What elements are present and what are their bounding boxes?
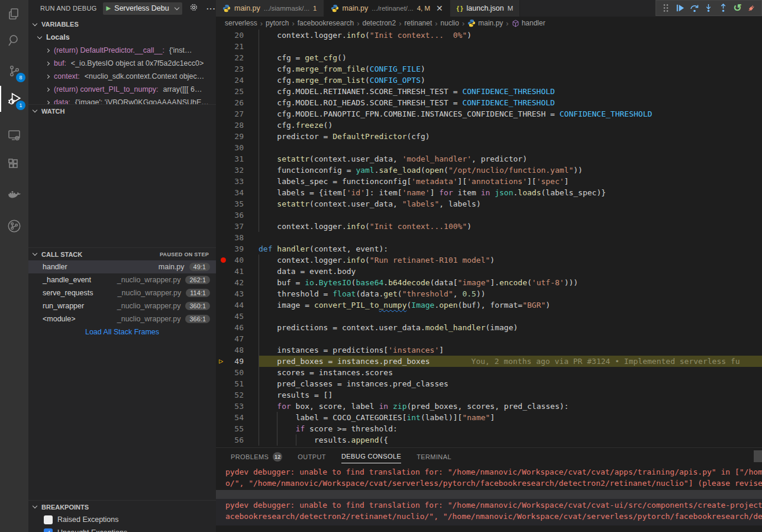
code-line[interactable]: 24cfg.merge_from_list(CONFIG_OPTS) — [216, 75, 762, 86]
source-control-icon[interactable]: 8 — [0, 58, 28, 84]
editor-gutter[interactable]: 21 — [216, 41, 259, 52]
remote-explorer-icon[interactable] — [0, 122, 28, 148]
locals-scope[interactable]: Locals — [28, 31, 216, 44]
code-line[interactable]: 27cfg.MODEL.PANOPTIC_FPN.COMBINE.INSTANC… — [216, 108, 762, 120]
drag-handle-icon[interactable] — [659, 2, 672, 15]
code-line[interactable]: 25cfg.MODEL.RETINANET.SCORE_THRESH_TEST … — [216, 86, 762, 97]
variable-row[interactable]: buf:<_io.BytesIO object at 0x7f5a2dc1ecc… — [28, 57, 216, 70]
search-icon[interactable] — [0, 27, 28, 53]
code-line[interactable]: 39def handler(context, event): — [216, 243, 762, 254]
code-line[interactable]: 46predictions = context.user_data.model_… — [216, 322, 762, 333]
code-line[interactable]: 22cfg = get_cfg() — [216, 52, 762, 63]
code-line[interactable]: 21 — [216, 41, 762, 52]
variable-row[interactable]: data:{'image': 'iVBORw0KGgoAAAANSUhE… — [28, 96, 216, 104]
checkbox-unchecked[interactable] — [44, 515, 53, 524]
code-line[interactable]: 54label = COCO_CATEGORIES[int(label)]["n… — [216, 412, 762, 423]
editor-gutter[interactable]: 40 — [216, 254, 259, 266]
git-graph-icon[interactable] — [0, 213, 28, 239]
panel-tab-problems[interactable]: PROBLEMS12 — [231, 449, 282, 465]
code-line[interactable]: 40context.logger.info("Run retinanet-R10… — [216, 254, 762, 266]
gear-icon[interactable] — [189, 3, 198, 14]
variable-row[interactable]: (return) convert_PIL_to_numpy:array([[[ … — [28, 83, 216, 96]
continue-icon[interactable] — [673, 2, 686, 15]
editor-gutter[interactable]: 54 — [216, 412, 259, 423]
breadcrumb-item[interactable]: detectron2 — [362, 19, 396, 27]
more-actions-icon[interactable]: ··· — [206, 4, 216, 13]
panel-tab-terminal[interactable]: TERMINAL — [416, 450, 451, 463]
code-line[interactable]: 51pred_classes = instances.pred_classes — [216, 378, 762, 389]
start-debug-icon[interactable]: ▶ — [106, 5, 111, 11]
editor-gutter[interactable]: 34 — [216, 187, 259, 198]
code-line[interactable]: 52results = [] — [216, 389, 762, 401]
editor-gutter[interactable]: 52 — [216, 389, 259, 401]
code-line[interactable]: 30 — [216, 142, 762, 153]
editor-tab[interactable]: { }launch.jsonM — [450, 0, 521, 17]
panel-tab-output[interactable]: OUTPUT — [298, 450, 326, 463]
editor-gutter[interactable]: 35 — [216, 198, 259, 209]
editor-gutter[interactable]: 27 — [216, 108, 259, 120]
disconnect-icon[interactable] — [745, 2, 758, 15]
code-line[interactable]: 26cfg.MODEL.ROI_HEADS.SCORE_THRESH_TEST … — [216, 97, 762, 108]
editor-gutter[interactable]: 26 — [216, 97, 259, 108]
breadcrumb-item[interactable]: main.py — [467, 19, 503, 27]
code-line[interactable]: 37context.logger.info("Init context...10… — [216, 221, 762, 232]
breadcrumb-item[interactable]: nuclio — [441, 19, 459, 27]
editor-gutter[interactable]: 42 — [216, 277, 259, 288]
editor-gutter[interactable]: 55 — [216, 423, 259, 434]
editor-gutter[interactable]: 56 — [216, 434, 259, 446]
extensions-icon[interactable] — [0, 151, 28, 178]
editor-gutter[interactable]: 38 — [216, 232, 259, 243]
close-icon[interactable]: ✕ — [436, 4, 443, 13]
code-line[interactable]: 33labels_spec = functionconfig['metadata… — [216, 176, 762, 187]
code-line[interactable]: 34labels = {item['id']: item['name'] for… — [216, 187, 762, 198]
editor-gutter[interactable]: 45 — [216, 311, 259, 322]
editor-tab[interactable]: main.py.../retinanet/...4, M✕ — [324, 0, 450, 17]
code-line[interactable]: 50scores = instances.scores — [216, 367, 762, 378]
code-line[interactable]: 32functionconfig = yaml.safe_load(open("… — [216, 165, 762, 176]
editor-gutter[interactable]: 23 — [216, 63, 259, 75]
breakpoints-section-header[interactable]: BREAKPOINTS — [28, 500, 216, 513]
stack-frame-row[interactable]: serve_requests_nuclio_wrapper.py114:1 — [28, 286, 216, 299]
debug-console-output[interactable]: pydev debugger: unable to find translati… — [216, 465, 762, 525]
stack-frame-row[interactable]: handlermain.py49:1 — [28, 260, 216, 273]
code-line[interactable]: 31setattr(context.user_data, 'model_hand… — [216, 153, 762, 165]
editor-gutter[interactable]: 36 — [216, 209, 259, 221]
code-line[interactable]: 36 — [216, 209, 762, 221]
editor-gutter[interactable]: 53 — [216, 401, 259, 412]
code-line[interactable]: 28cfg.freeze() — [216, 120, 762, 131]
breadcrumb-item[interactable]: facebookresearch — [298, 19, 354, 27]
launch-config-dropdown[interactable]: ▶ Serverless Debu — [103, 2, 182, 15]
code-line[interactable]: 45 — [216, 311, 762, 322]
editor-gutter[interactable]: 39 — [216, 243, 259, 254]
step-out-icon[interactable] — [716, 2, 729, 15]
breadcrumb-item[interactable]: retinanet — [405, 19, 432, 27]
code-line[interactable]: 41data = event.body — [216, 266, 762, 277]
variable-row[interactable]: (return) DefaultPredictor.__call__:{'ins… — [28, 44, 216, 57]
load-all-stack-frames-link[interactable]: Load All Stack Frames — [28, 325, 216, 338]
panel-scrollbar[interactable] — [754, 450, 762, 462]
explorer-icon[interactable] — [0, 1, 28, 27]
panel-tab-debug-console[interactable]: DEBUG CONSOLE — [341, 449, 401, 463]
run-and-debug-icon[interactable]: 1 — [0, 86, 28, 112]
code-line[interactable]: 20context.logger.info("Init context... 0… — [216, 30, 762, 41]
step-into-icon[interactable] — [702, 2, 715, 15]
code-line[interactable]: 29predictor = DefaultPredictor(cfg) — [216, 131, 762, 142]
editor-tab[interactable]: main.py.../siammask/...1 — [216, 0, 324, 17]
editor-gutter[interactable]: 29 — [216, 131, 259, 142]
editor-gutter[interactable]: 50 — [216, 367, 259, 378]
editor-gutter[interactable]: 20 — [216, 30, 259, 41]
code-editor[interactable]: 20context.logger.info("Init context... 0… — [216, 30, 762, 446]
editor-gutter[interactable]: 33 — [216, 176, 259, 187]
code-line[interactable]: ▷49pred_boxes = instances.pred_boxesYou,… — [216, 356, 762, 367]
code-line[interactable]: 23cfg.merge_from_file(CONFIG_FILE) — [216, 63, 762, 75]
stack-frame-row[interactable]: _handle_event_nuclio_wrapper.py262:1 — [28, 273, 216, 286]
editor-gutter[interactable]: 28 — [216, 120, 259, 131]
code-line[interactable]: 55if score >= threshold: — [216, 423, 762, 434]
editor-gutter[interactable]: 51 — [216, 378, 259, 389]
breakpoint-icon[interactable] — [221, 257, 226, 263]
checkbox-checked[interactable]: ✓ — [44, 528, 53, 532]
breadcrumb-item[interactable]: serverless — [225, 19, 257, 27]
code-line[interactable]: 43threshold = float(data.get("threshold"… — [216, 288, 762, 299]
editor-gutter[interactable]: 41 — [216, 266, 259, 277]
code-line[interactable]: 47 — [216, 333, 762, 344]
